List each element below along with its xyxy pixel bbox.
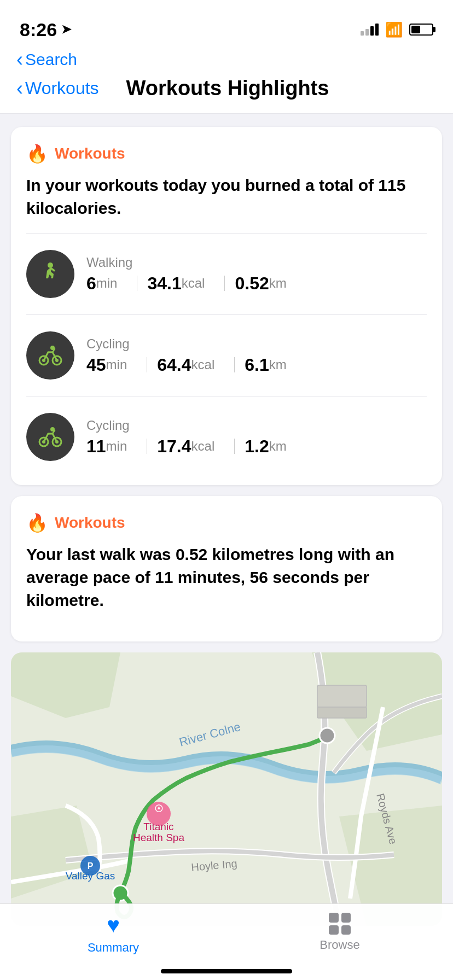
tab-browse[interactable]: Browse — [226, 913, 453, 952]
signal-icon — [361, 24, 379, 36]
cycling2-distance: 1.2 — [245, 436, 269, 457]
back-button[interactable]: ‹ Search — [16, 48, 77, 71]
cycling1-details: Cycling 45 min 64.4 kcal 6.1 km — [86, 336, 427, 375]
heart-icon: ♥ — [107, 913, 120, 937]
workout-cycling2-item: Cycling 11 min 17.4 kcal 1.2 km — [26, 405, 427, 469]
card1-description: In your workouts today you burned a tota… — [26, 174, 427, 220]
tab-bar: ♥ Summary Browse — [0, 903, 453, 980]
tab-summary[interactable]: ♥ Summary — [0, 913, 226, 955]
svg-text:☉: ☉ — [154, 803, 163, 814]
page-title: Workouts Highlights — [126, 77, 329, 100]
location-icon: ➤ — [61, 22, 71, 37]
cycling1-stats: 45 min 64.4 kcal 6.1 km — [86, 355, 427, 375]
svg-text:P: P — [88, 861, 94, 871]
walking-icon — [36, 260, 65, 288]
map-container[interactable]: River Colne ☉ Titanic Health Spa P Valle… — [11, 652, 442, 926]
cycling2-stats: 11 min 17.4 kcal 1.2 km — [86, 436, 427, 457]
cycling1-minutes-unit: min — [106, 357, 127, 372]
sep2 — [224, 276, 225, 291]
nav-back-row: ‹ Search — [0, 48, 453, 77]
back-chevron-icon: ‹ — [16, 48, 23, 71]
cycling1-kcal: 64.4 — [157, 355, 191, 375]
map-svg: River Colne ☉ Titanic Health Spa P Valle… — [11, 652, 442, 926]
svg-point-9 — [42, 440, 45, 444]
card1-label: Workouts — [55, 145, 125, 162]
svg-point-5 — [55, 359, 59, 362]
last-walk-card: 🔥 Workouts Your last walk was 0.52 kilom… — [11, 496, 442, 641]
cycling2-kcal: 17.4 — [157, 436, 191, 457]
tab-browse-label[interactable]: Browse — [320, 938, 359, 952]
svg-point-0 — [48, 262, 53, 268]
back-label[interactable]: Search — [25, 50, 77, 69]
cycling1-kcal-unit: kcal — [191, 357, 215, 372]
cycling2-icon-circle — [26, 413, 74, 461]
cycling1-type-label: Cycling — [86, 336, 427, 352]
walking-kcal: 34.1 — [147, 273, 181, 294]
card2-label: Workouts — [55, 514, 125, 532]
cycling1-icon-circle — [26, 331, 74, 380]
walking-distance: 0.52 — [235, 273, 269, 294]
cycling2-details: Cycling 11 min 17.4 kcal 1.2 km — [86, 418, 427, 457]
svg-rect-28 — [317, 707, 367, 718]
status-bar: 8:26 ➤ 📶 — [0, 0, 453, 48]
walking-distance-unit: km — [269, 276, 287, 291]
cycling1-icon — [36, 341, 65, 370]
cycling2-minutes: 11 — [86, 436, 106, 457]
cycling2-type-label: Cycling — [86, 418, 427, 433]
page-header: ‹ Workouts Workouts Highlights — [0, 77, 453, 114]
cycling2-kcal-unit: kcal — [191, 439, 215, 454]
cycling2-minutes-unit: min — [106, 439, 127, 454]
workout-cycling1-item: Cycling 45 min 64.4 kcal 6.1 km — [26, 324, 427, 387]
card2-header: 🔥 Workouts — [26, 512, 427, 533]
walking-icon-circle — [26, 250, 74, 298]
battery-icon — [409, 24, 433, 36]
workout-walking-item: Walking 6 min 34.1 kcal 0.52 km — [26, 242, 427, 306]
svg-point-10 — [55, 440, 59, 444]
cycling1-distance: 6.1 — [245, 355, 269, 375]
walking-stats: 6 min 34.1 kcal 0.52 km — [86, 273, 427, 294]
walking-minutes: 6 — [86, 273, 96, 294]
flame-icon: 🔥 — [26, 143, 48, 164]
cycling1-minutes: 45 — [86, 355, 106, 375]
cycling2-distance-unit: km — [269, 439, 287, 454]
divider1 — [26, 233, 427, 234]
svg-point-17 — [320, 728, 335, 743]
svg-text:Titanic: Titanic — [143, 821, 173, 832]
chevron-left-icon: ‹ — [16, 77, 23, 100]
status-icons: 📶 — [361, 21, 433, 38]
svg-rect-27 — [317, 685, 367, 707]
sep6 — [234, 439, 235, 454]
sep3 — [147, 357, 147, 372]
flame-icon-2: 🔥 — [26, 512, 48, 533]
walking-kcal-unit: kcal — [182, 276, 205, 291]
status-time: 8:26 ➤ — [20, 19, 71, 40]
home-indicator — [161, 969, 292, 973]
divider3 — [26, 396, 427, 396]
divider2 — [26, 314, 427, 315]
cycling2-icon — [36, 423, 65, 451]
svg-text:Valley Gas: Valley Gas — [66, 870, 115, 882]
svg-text:Health Spa: Health Spa — [133, 832, 184, 843]
walking-minutes-unit: min — [96, 276, 118, 291]
walking-details: Walking 6 min 34.1 kcal 0.52 km — [86, 255, 427, 294]
sep1 — [137, 276, 137, 291]
card2-description: Your last walk was 0.52 kilometres long … — [26, 543, 427, 612]
workouts-back-label[interactable]: Workouts — [25, 78, 99, 98]
cycling1-distance-unit: km — [269, 357, 287, 372]
wifi-icon: 📶 — [385, 21, 403, 38]
time-display: 8:26 — [20, 19, 57, 40]
workouts-back-button[interactable]: ‹ Workouts — [16, 77, 99, 100]
content-area: 🔥 Workouts In your workouts today you bu… — [0, 114, 453, 980]
tab-summary-label[interactable]: Summary — [88, 941, 139, 955]
sep5 — [147, 439, 147, 454]
browse-icon — [329, 913, 351, 935]
sep4 — [234, 357, 235, 372]
walking-type-label: Walking — [86, 255, 427, 270]
card1-header: 🔥 Workouts — [26, 143, 427, 164]
workouts-summary-card: 🔥 Workouts In your workouts today you bu… — [11, 127, 442, 485]
svg-point-4 — [42, 359, 45, 362]
